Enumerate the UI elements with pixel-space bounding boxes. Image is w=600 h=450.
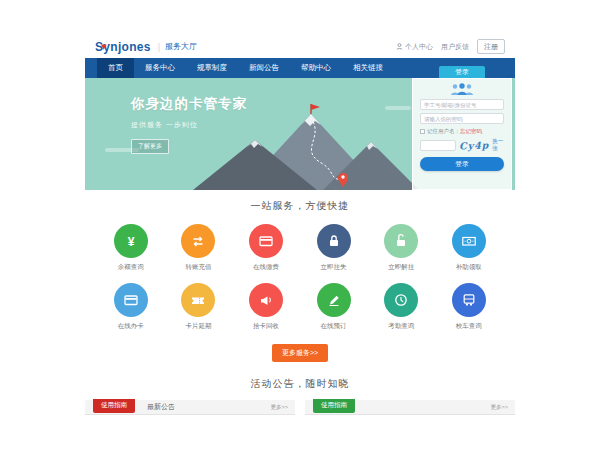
- service-item[interactable]: 在线缴费: [232, 224, 300, 272]
- more-services-button[interactable]: 更多服务>>: [272, 344, 328, 362]
- service-circle[interactable]: [317, 283, 351, 317]
- banner-title: 你身边的卡管专家: [131, 95, 247, 113]
- site-name: 服务大厅: [165, 41, 197, 52]
- service-circle[interactable]: [181, 283, 215, 317]
- nav-item-新闻公告[interactable]: 新闻公告: [238, 58, 290, 78]
- banner-text: 你身边的卡管专家 提供服务 一步到位 了解更多: [131, 95, 247, 154]
- panel-right-body: [305, 415, 515, 437]
- banknote-icon: [461, 233, 477, 249]
- announcements-title: 活动公告，随时知晓: [85, 377, 515, 391]
- svg-text:¥: ¥: [127, 235, 134, 249]
- nav-item-服务中心[interactable]: 服务中心: [134, 58, 186, 78]
- service-circle[interactable]: [114, 283, 148, 317]
- more-link[interactable]: 更多>>: [271, 404, 288, 411]
- service-item[interactable]: 立即解挂: [367, 224, 435, 272]
- panel-right-header: 使用指南 更多>>: [305, 400, 515, 415]
- username-input[interactable]: [420, 99, 504, 110]
- clock-icon: [393, 292, 409, 308]
- service-item[interactable]: ¥余额查询: [97, 224, 165, 272]
- yuan-icon: ¥: [123, 233, 139, 249]
- tab-latest-announcements[interactable]: 最新公告: [147, 402, 175, 412]
- personal-center-link[interactable]: 个人中心: [396, 42, 433, 52]
- login-submit-button[interactable]: 登录: [420, 157, 504, 171]
- service-label: 立即挂失: [300, 263, 368, 272]
- login-tab[interactable]: 登录: [439, 66, 485, 78]
- service-item[interactable]: 补助领取: [435, 224, 503, 272]
- service-item[interactable]: 在线办卡: [97, 283, 165, 331]
- user-feedback-label: 用户反馈: [441, 42, 469, 52]
- remember-checkbox[interactable]: [420, 129, 425, 134]
- nav-item-规章制度[interactable]: 规章制度: [186, 58, 238, 78]
- service-circle[interactable]: [249, 283, 283, 317]
- unlock-icon: [393, 233, 409, 249]
- service-label: 卡片延期: [165, 322, 233, 331]
- captcha-input[interactable]: [420, 140, 456, 151]
- captcha-image[interactable]: Cy4p: [459, 139, 490, 151]
- service-item[interactable]: 卡片延期: [165, 283, 233, 331]
- login-form: 记住用户名 | 忘记密码 Cy4p 换一张 登录: [412, 78, 512, 190]
- service-circle[interactable]: [249, 224, 283, 258]
- service-item[interactable]: 校车查询: [435, 283, 503, 331]
- header: Synjones | 服务大厅 个人中心 用户反馈 注册: [85, 35, 515, 58]
- edit-icon: [326, 292, 342, 308]
- services-grid: ¥余额查询转账充值在线缴费立即挂失立即解挂补助领取在线办卡卡片延期拾卡回收在线预…: [85, 213, 515, 331]
- nav-item-帮助中心[interactable]: 帮助中心: [290, 58, 342, 78]
- service-label: 余额查询: [97, 263, 165, 272]
- captcha-row: Cy4p 换一张: [420, 138, 504, 152]
- service-label: 在线缴费: [232, 263, 300, 272]
- service-label: 在线预订: [300, 322, 368, 331]
- nav-item-首页[interactable]: 首页: [97, 58, 134, 78]
- service-label: 补助领取: [435, 263, 503, 272]
- services-title: 一站服务，方便快捷: [85, 199, 515, 213]
- service-label: 转账充值: [165, 263, 233, 272]
- users-icon: [449, 83, 475, 96]
- brand-logo[interactable]: Synjones: [95, 40, 151, 54]
- tab-usage-guide[interactable]: 使用指南: [313, 399, 355, 413]
- banner-cta-button[interactable]: 了解更多: [131, 139, 169, 154]
- header-divider: |: [158, 42, 160, 52]
- password-input[interactable]: [420, 113, 504, 124]
- service-item[interactable]: 转账充值: [165, 224, 233, 272]
- personal-center-label: 个人中心: [405, 42, 433, 52]
- register-button[interactable]: 注册: [477, 39, 505, 54]
- more-link[interactable]: 更多>>: [491, 404, 508, 411]
- service-label: 考勤查询: [367, 322, 435, 331]
- service-circle[interactable]: [317, 224, 351, 258]
- bus-icon: [461, 292, 477, 308]
- remember-label: 记住用户名: [427, 128, 455, 135]
- service-label: 在线办卡: [97, 322, 165, 331]
- panel-left-header: 使用指南 最新公告 更多>>: [85, 400, 295, 415]
- panel-left: 使用指南 最新公告 更多>>: [85, 400, 295, 437]
- service-item[interactable]: 立即挂失: [300, 224, 368, 272]
- service-circle[interactable]: [452, 224, 486, 258]
- service-circle[interactable]: [384, 283, 418, 317]
- login-panel: 登录 记住用户名 | 忘记密码 Cy4p 换一张: [412, 66, 512, 190]
- header-links: 个人中心 用户反馈 注册: [396, 39, 505, 54]
- service-item[interactable]: 在线预订: [300, 283, 368, 331]
- captcha-refresh-link[interactable]: 换一张: [492, 138, 504, 152]
- person-icon: [396, 43, 403, 50]
- hero-banner: 你身边的卡管专家 提供服务 一步到位 了解更多 登录 记住用户名 | 忘记密码: [85, 78, 515, 190]
- user-feedback-link[interactable]: 用户反馈: [441, 42, 469, 52]
- transfer-icon: [190, 233, 206, 249]
- announcement-panels: 使用指南 最新公告 更多>> 使用指南 更多>>: [85, 400, 515, 437]
- service-label: 立即解挂: [367, 263, 435, 272]
- service-item[interactable]: 考勤查询: [367, 283, 435, 331]
- nav-item-相关链接[interactable]: 相关链接: [342, 58, 394, 78]
- card-icon: [123, 292, 139, 308]
- service-circle[interactable]: [181, 224, 215, 258]
- ticket-icon: [190, 292, 206, 308]
- megaphone-icon: [258, 292, 274, 308]
- forgot-password-link[interactable]: 忘记密码: [460, 128, 482, 135]
- tab-usage-guide[interactable]: 使用指南: [93, 399, 135, 413]
- service-label: 校车查询: [435, 322, 503, 331]
- remember-divider: |: [457, 128, 458, 134]
- service-label: 拾卡回收: [232, 322, 300, 331]
- service-circle[interactable]: ¥: [114, 224, 148, 258]
- panel-right: 使用指南 更多>>: [305, 400, 515, 437]
- service-circle[interactable]: [452, 283, 486, 317]
- card-icon: [258, 233, 274, 249]
- banner-subtitle: 提供服务 一步到位: [131, 120, 247, 130]
- service-circle[interactable]: [384, 224, 418, 258]
- service-item[interactable]: 拾卡回收: [232, 283, 300, 331]
